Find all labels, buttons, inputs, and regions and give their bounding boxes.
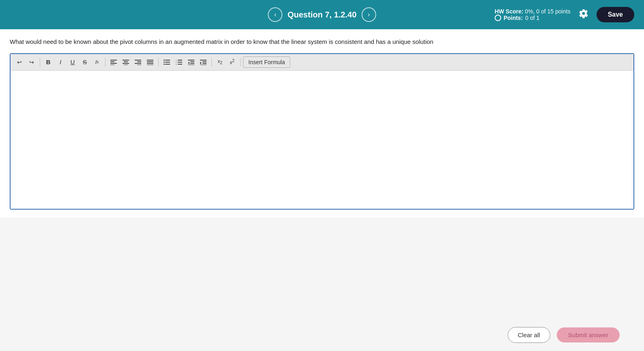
svg-rect-27 xyxy=(178,64,182,65)
editor-area[interactable] xyxy=(11,71,633,209)
outdent-button[interactable] xyxy=(185,56,197,68)
subscript-button[interactable]: x2 xyxy=(214,56,226,68)
svg-point-16 xyxy=(164,59,165,61)
svg-rect-21 xyxy=(165,64,170,65)
points-info: Points: 0 of 1 xyxy=(495,15,571,21)
svg-rect-3 xyxy=(110,65,114,65)
numbered-list-icon: 1. 2. 3. xyxy=(176,59,182,65)
question-title: Question 7, 1.2.40 xyxy=(287,10,356,20)
svg-rect-11 xyxy=(137,65,141,65)
clear-all-button[interactable]: Clear all xyxy=(508,327,550,343)
undo-button[interactable]: ↩ xyxy=(14,56,25,68)
svg-rect-36 xyxy=(202,63,207,64)
gear-icon xyxy=(579,9,588,18)
hw-score-value: 0%, 0 of 15 points xyxy=(525,8,571,15)
points-value: 0 of 1 xyxy=(525,15,539,21)
subscript-icon: x2 xyxy=(218,58,222,65)
svg-rect-10 xyxy=(135,63,141,64)
svg-rect-28 xyxy=(188,60,194,61)
header-right: HW Score: 0%, 0 of 15 points Points: 0 o… xyxy=(376,7,634,22)
indent-button[interactable] xyxy=(198,56,209,68)
points-label: Points: xyxy=(504,15,523,21)
svg-rect-35 xyxy=(202,61,207,62)
clear-format-sub: x xyxy=(97,60,99,64)
separator-3 xyxy=(158,58,159,67)
bullet-list-button[interactable] xyxy=(161,56,172,68)
outdent-icon xyxy=(188,59,194,65)
align-center-button[interactable] xyxy=(120,56,131,68)
svg-rect-14 xyxy=(147,63,153,64)
svg-rect-33 xyxy=(200,60,207,61)
svg-rect-13 xyxy=(147,61,153,62)
footer-actions: Clear all Submit answer xyxy=(508,327,620,343)
separator-1 xyxy=(40,58,40,67)
svg-marker-34 xyxy=(200,62,202,64)
svg-rect-9 xyxy=(137,61,141,62)
question-text: What would need to be known about the pi… xyxy=(10,37,634,47)
superscript-button[interactable]: x2 xyxy=(226,56,238,68)
align-left-icon xyxy=(110,59,117,65)
align-right-button[interactable] xyxy=(132,56,144,68)
editor-container: ↩ ↪ B I U S Ix xyxy=(10,53,634,210)
svg-rect-12 xyxy=(147,60,153,61)
svg-text:3.: 3. xyxy=(176,63,177,65)
svg-rect-23 xyxy=(178,60,182,61)
undo-icon: ↩ xyxy=(17,59,22,65)
svg-rect-5 xyxy=(124,61,128,62)
svg-rect-8 xyxy=(135,60,141,61)
svg-rect-0 xyxy=(110,60,117,61)
next-question-button[interactable]: › xyxy=(362,7,376,22)
svg-rect-4 xyxy=(123,60,129,61)
superscript-icon: x2 xyxy=(230,58,235,65)
hw-score: HW Score: 0%, 0 of 15 points xyxy=(495,8,571,15)
align-center-icon xyxy=(123,59,129,65)
svg-rect-6 xyxy=(123,63,129,64)
svg-rect-37 xyxy=(200,65,207,65)
settings-button[interactable] xyxy=(579,9,588,21)
svg-rect-1 xyxy=(110,61,114,62)
prev-question-button[interactable]: ‹ xyxy=(268,7,282,22)
svg-point-20 xyxy=(164,63,165,65)
align-justify-button[interactable] xyxy=(144,56,156,68)
svg-rect-30 xyxy=(190,61,194,62)
save-button[interactable]: Save xyxy=(597,7,634,22)
svg-rect-7 xyxy=(124,65,128,65)
svg-rect-19 xyxy=(165,62,170,63)
circle-icon xyxy=(495,15,501,21)
svg-marker-29 xyxy=(188,62,190,64)
main-content: What would need to be known about the pi… xyxy=(0,29,644,218)
separator-5 xyxy=(240,58,241,67)
submit-answer-button[interactable]: Submit answer xyxy=(557,327,620,342)
indent-icon xyxy=(200,59,207,65)
score-info: HW Score: 0%, 0 of 15 points Points: 0 o… xyxy=(495,8,571,21)
svg-rect-2 xyxy=(110,63,117,64)
svg-point-18 xyxy=(164,61,165,63)
header: ‹ Question 7, 1.2.40 › HW Score: 0%, 0 o… xyxy=(0,0,644,29)
svg-rect-15 xyxy=(147,65,153,65)
editor-toolbar: ↩ ↪ B I U S Ix xyxy=(11,54,633,71)
insert-formula-button[interactable]: Insert Formula xyxy=(243,56,290,68)
strikethrough-button[interactable]: S xyxy=(79,56,90,68)
svg-rect-25 xyxy=(178,62,182,63)
question-navigation: ‹ Question 7, 1.2.40 › xyxy=(268,7,376,22)
align-justify-icon xyxy=(147,59,153,65)
numbered-list-button[interactable]: 1. 2. 3. xyxy=(173,56,185,68)
align-left-button[interactable] xyxy=(108,56,119,68)
separator-4 xyxy=(211,58,212,67)
redo-icon: ↪ xyxy=(29,59,34,65)
bullet-list-icon xyxy=(164,59,170,65)
italic-button[interactable]: I xyxy=(55,56,66,68)
redo-button[interactable]: ↪ xyxy=(26,56,37,68)
svg-rect-31 xyxy=(190,63,194,64)
underline-button[interactable]: U xyxy=(67,56,78,68)
align-right-icon xyxy=(135,59,141,65)
bold-button[interactable]: B xyxy=(43,56,54,68)
svg-rect-32 xyxy=(188,65,194,65)
hw-score-label: HW Score: xyxy=(495,8,523,15)
svg-rect-17 xyxy=(165,60,170,61)
bottom-area xyxy=(0,218,644,323)
separator-2 xyxy=(105,58,106,67)
clear-format-button[interactable]: Ix xyxy=(91,56,103,68)
